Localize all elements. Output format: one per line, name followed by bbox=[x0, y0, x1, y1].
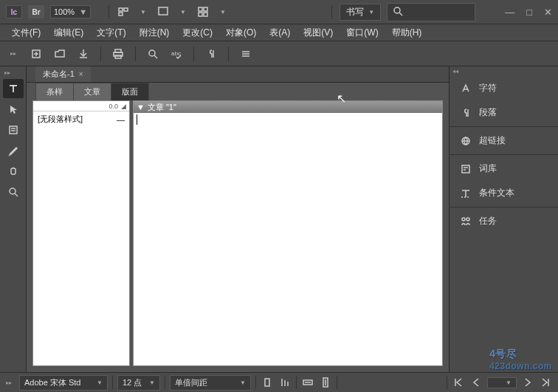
menu-table[interactable]: 表(A) bbox=[264, 25, 296, 41]
hyperlink-icon bbox=[460, 135, 472, 147]
panel-task[interactable]: 任务 bbox=[450, 209, 558, 233]
chevron-down-icon: ▼ bbox=[240, 379, 246, 386]
divider bbox=[450, 154, 558, 155]
save-icon[interactable] bbox=[77, 47, 90, 61]
workspace-dropdown[interactable]: 书写 ▼ bbox=[340, 4, 381, 21]
expand-icon[interactable]: ▸▸ bbox=[4, 69, 10, 76]
hand-tool[interactable] bbox=[3, 162, 24, 181]
collapse-icon[interactable]: ◂◂ bbox=[450, 68, 458, 75]
expand-icon[interactable]: ▸▸ bbox=[10, 50, 16, 57]
view-cards-icon[interactable] bbox=[117, 5, 130, 18]
go-last-icon[interactable] bbox=[539, 376, 552, 389]
search-input[interactable] bbox=[407, 7, 473, 16]
close-tab-icon[interactable]: × bbox=[79, 70, 83, 78]
eyedropper-tool[interactable] bbox=[3, 141, 24, 160]
style-header-value: 0.0 bbox=[108, 103, 118, 110]
panel-conditional-text[interactable]: 条件文本 bbox=[450, 181, 558, 205]
search-box[interactable] bbox=[387, 3, 475, 21]
info-icon[interactable] bbox=[261, 376, 274, 389]
svg-rect-1 bbox=[124, 8, 128, 11]
svg-rect-3 bbox=[159, 7, 168, 15]
go-prev-icon[interactable] bbox=[469, 376, 483, 389]
panel-tab-strip-style[interactable]: 条样 bbox=[35, 83, 74, 100]
svg-line-19 bbox=[154, 55, 157, 58]
zoom-dropdown[interactable]: 100% ▼ bbox=[50, 5, 91, 18]
style-row-no-paragraph[interactable]: [无段落样式] — bbox=[33, 111, 129, 127]
menu-view[interactable]: 视图(V) bbox=[297, 25, 339, 41]
font-size-value: 12 点 bbox=[123, 377, 142, 388]
document-area: 未命名-1 × 条样 文章 版面 0.0 ◢ [无段落样式] — bbox=[27, 66, 449, 372]
type-tool[interactable] bbox=[3, 79, 24, 98]
panel-label: 词库 bbox=[479, 162, 497, 175]
workspace-label: 书写 bbox=[346, 6, 364, 18]
svg-rect-30 bbox=[462, 165, 469, 173]
menu-lines-icon[interactable] bbox=[239, 47, 252, 61]
expand-icon[interactable]: ▸▸ bbox=[6, 379, 12, 386]
font-size-dropdown[interactable]: 12 点 ▼ bbox=[117, 375, 160, 391]
spellcheck-icon[interactable]: abc bbox=[170, 47, 183, 61]
direct-select-tool[interactable] bbox=[3, 100, 24, 119]
menu-object[interactable]: 对象(O) bbox=[220, 25, 262, 41]
panel-paragraph[interactable]: 段落 bbox=[450, 100, 558, 125]
svg-rect-4 bbox=[199, 7, 202, 11]
minimize-button[interactable]: — bbox=[505, 7, 514, 18]
pilcrow-icon[interactable] bbox=[204, 47, 218, 61]
font-family-dropdown[interactable]: Adobe 宋体 Std ▼ bbox=[19, 375, 108, 391]
menu-notes[interactable]: 附注(N) bbox=[134, 25, 176, 41]
screen-mode-icon[interactable] bbox=[156, 5, 170, 18]
menu-help[interactable]: 帮助(H) bbox=[386, 25, 428, 41]
go-first-icon[interactable] bbox=[452, 376, 465, 389]
panel-label: 任务 bbox=[479, 215, 497, 227]
close-button[interactable]: ✕ bbox=[544, 7, 552, 18]
right-panel: ◂◂ 字符 段落 超链接 词库 条件文本 任务 bbox=[449, 66, 558, 372]
leading-value: 单倍间距 bbox=[175, 377, 207, 388]
editor-header[interactable]: ▼ 文章 "1" bbox=[134, 101, 442, 113]
panel-hyperlink[interactable]: 超链接 bbox=[450, 128, 558, 153]
character-icon bbox=[460, 83, 472, 94]
open-icon[interactable] bbox=[53, 47, 66, 61]
print-icon[interactable] bbox=[111, 47, 125, 61]
app-icon: Ic bbox=[6, 5, 22, 18]
thesaurus-icon bbox=[460, 163, 472, 175]
panel-character[interactable]: 字符 bbox=[450, 76, 558, 100]
editor-title: 文章 "1" bbox=[148, 102, 176, 113]
leading-dropdown[interactable]: 单倍间距 ▼ bbox=[170, 375, 251, 391]
vertical-text-icon[interactable] bbox=[319, 376, 332, 389]
page-input[interactable]: ▼ bbox=[487, 377, 517, 388]
svg-rect-6 bbox=[199, 13, 202, 16]
panel-tab-story[interactable]: 文章 bbox=[73, 83, 111, 100]
menu-window[interactable]: 窗口(W) bbox=[340, 25, 384, 41]
svg-rect-2 bbox=[119, 13, 123, 16]
panel-thesaurus[interactable]: 词库 bbox=[450, 157, 558, 181]
zoom-tool[interactable] bbox=[3, 182, 24, 202]
horizontal-text-icon[interactable] bbox=[301, 376, 314, 389]
new-icon[interactable] bbox=[30, 47, 43, 61]
document-tab[interactable]: 未命名-1 × bbox=[35, 66, 91, 82]
sort-icon[interactable] bbox=[278, 376, 292, 389]
maximize-button[interactable]: □ bbox=[526, 7, 532, 18]
svg-rect-5 bbox=[204, 7, 207, 11]
go-next-icon[interactable] bbox=[521, 376, 534, 389]
panel-tab-layout[interactable]: 版面 bbox=[111, 83, 149, 100]
bridge-badge[interactable]: Br bbox=[28, 5, 44, 18]
note-tool[interactable] bbox=[3, 120, 24, 140]
svg-line-9 bbox=[399, 13, 402, 16]
separator bbox=[108, 5, 109, 18]
panel-content: 0.0 ◢ [无段落样式] — ▼ 文章 "1" bbox=[27, 100, 449, 372]
menu-edit[interactable]: 编辑(E) bbox=[48, 25, 89, 41]
panel-label: 超链接 bbox=[479, 134, 506, 147]
panel-tab-strip: 条样 文章 版面 bbox=[27, 83, 449, 100]
svg-line-28 bbox=[15, 193, 18, 196]
menu-file[interactable]: 文件(F) bbox=[6, 25, 46, 41]
arrange-icon[interactable] bbox=[196, 5, 210, 18]
find-icon[interactable] bbox=[146, 47, 159, 61]
svg-rect-36 bbox=[265, 379, 269, 386]
svg-text:abc: abc bbox=[171, 50, 181, 57]
svg-point-8 bbox=[394, 7, 400, 13]
style-panel-header: 0.0 ◢ bbox=[33, 101, 129, 111]
svg-point-34 bbox=[462, 218, 465, 221]
menu-changes[interactable]: 更改(C) bbox=[176, 25, 218, 41]
separator bbox=[112, 376, 113, 389]
editor-body[interactable] bbox=[134, 113, 442, 365]
menu-text[interactable]: 文字(T) bbox=[91, 25, 131, 41]
